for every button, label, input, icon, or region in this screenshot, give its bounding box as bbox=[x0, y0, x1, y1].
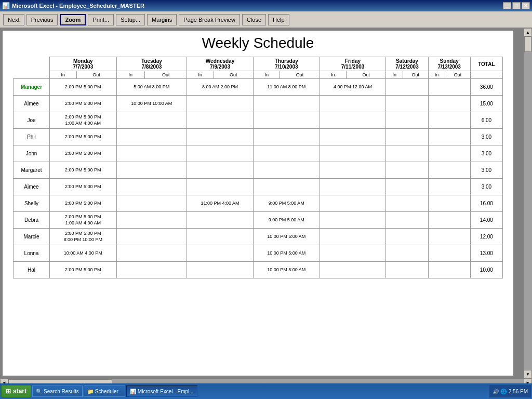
vertical-scrollbar[interactable]: ▲ ▼ bbox=[524, 28, 532, 378]
tue-cell bbox=[116, 229, 187, 245]
total-cell: 3.00 bbox=[470, 129, 502, 145]
fri-cell bbox=[320, 245, 386, 262]
tuesday-header: Tuesday7/8/2003 bbox=[116, 57, 187, 71]
scheduler-icon: 📁 bbox=[87, 389, 94, 394]
scroll-up-arrow[interactable]: ▲ bbox=[524, 28, 532, 36]
total-inout-empty bbox=[470, 71, 502, 79]
print-button[interactable]: Print... bbox=[88, 14, 114, 25]
fri-cell bbox=[320, 129, 386, 145]
sat-cell bbox=[386, 229, 428, 245]
employee-name-cell: Debra bbox=[14, 212, 50, 229]
fri-cell bbox=[320, 112, 386, 129]
scroll-track[interactable] bbox=[524, 36, 532, 370]
thu-cell bbox=[253, 162, 320, 179]
tue-cell: 5:00 AM 3:00 PM bbox=[116, 79, 187, 96]
employee-name-cell: Lonna bbox=[14, 245, 50, 262]
wed-cell bbox=[187, 212, 254, 229]
sat-out: Out bbox=[403, 71, 428, 79]
total-cell: 16.00 bbox=[470, 195, 502, 212]
sat-in: In bbox=[386, 71, 403, 79]
tue-cell bbox=[116, 245, 187, 262]
wed-cell bbox=[187, 96, 254, 112]
sat-cell bbox=[386, 212, 428, 229]
sat-cell bbox=[386, 245, 428, 262]
table-row: Shelly2:00 PM 5:00 PM11:00 PM 4:00 AM9:0… bbox=[14, 195, 503, 212]
taskbar-scheduler[interactable]: 📁 Scheduler bbox=[84, 385, 125, 397]
sun-cell bbox=[428, 229, 470, 245]
total-cell: 6.00 bbox=[470, 112, 502, 129]
close-window-button[interactable]: ✕ bbox=[522, 2, 530, 9]
close-button[interactable]: Close bbox=[242, 14, 266, 25]
employee-name-cell: Manager bbox=[14, 79, 50, 96]
sat-cell bbox=[386, 145, 428, 162]
help-button[interactable]: Help bbox=[268, 14, 289, 25]
taskbar-excel[interactable]: 📊 Microsoft Excel - Empl... bbox=[126, 385, 197, 397]
fri-cell bbox=[320, 145, 386, 162]
maximize-button[interactable]: □ bbox=[512, 2, 521, 9]
minimize-button[interactable]: _ bbox=[503, 2, 511, 9]
tue-out: Out bbox=[145, 71, 187, 79]
taskbar-clock: 🔊 🌐 2:56 PM bbox=[489, 385, 531, 397]
fri-out: Out bbox=[347, 71, 386, 79]
sat-cell bbox=[386, 129, 428, 145]
fri-cell bbox=[320, 179, 386, 195]
saturday-header: Saturday7/12/2003 bbox=[386, 57, 428, 71]
search-results-label: Search Results bbox=[44, 389, 79, 394]
mon-cell: 2:00 PM 5:00 PM bbox=[50, 79, 117, 96]
thu-cell: 9:00 PM 5:00 AM bbox=[253, 195, 320, 212]
app-icon: 📊 bbox=[2, 2, 10, 9]
sun-cell bbox=[428, 129, 470, 145]
wed-cell bbox=[187, 145, 254, 162]
system-tray-icons: 🔊 🌐 bbox=[493, 389, 507, 394]
mon-cell: 2:00 PM 5:00 PM bbox=[50, 145, 117, 162]
scroll-thumb[interactable] bbox=[524, 36, 531, 52]
fri-cell bbox=[320, 195, 386, 212]
page-break-preview-button[interactable]: Page Break Preview bbox=[179, 14, 240, 25]
toolbar: Next Previous Zoom Print... Setup... Mar… bbox=[0, 11, 532, 28]
fri-cell bbox=[320, 212, 386, 229]
employee-name-cell: Margaret bbox=[14, 162, 50, 179]
sun-cell bbox=[428, 195, 470, 212]
schedule-table: Monday7/7/2003 Tuesday7/8/2003 Wednesday… bbox=[13, 57, 503, 278]
friday-header: Friday7/11/2003 bbox=[320, 57, 386, 71]
tue-cell bbox=[116, 129, 187, 145]
margins-button[interactable]: Margins bbox=[147, 14, 177, 25]
next-button[interactable]: Next bbox=[3, 14, 24, 25]
schedule-title: Weekly Schedule bbox=[13, 35, 503, 51]
title-bar: 📊 Microsoft Excel - Employee_Scheduler_M… bbox=[0, 0, 532, 11]
mon-cell: 10:00 AM 4:00 PM bbox=[50, 245, 117, 262]
table-row: Aimee2:00 PM 5:00 PM10:00 PM 10:00 AM15.… bbox=[14, 96, 503, 112]
wed-cell bbox=[187, 179, 254, 195]
scroll-down-arrow[interactable]: ▼ bbox=[524, 370, 532, 378]
previous-button[interactable]: Previous bbox=[26, 14, 58, 25]
total-cell: 36.00 bbox=[470, 79, 502, 96]
sunday-header: Sunday7/13/2003 bbox=[428, 57, 470, 71]
wed-in: In bbox=[187, 71, 214, 79]
setup-button[interactable]: Setup... bbox=[116, 14, 145, 25]
table-row: Margaret2:00 PM 5:00 PM3.00 bbox=[14, 162, 503, 179]
content-area: Weekly Schedule Monday7/7/2003 Tuesday7/… bbox=[0, 28, 532, 378]
total-cell: 15.00 bbox=[470, 96, 502, 112]
sun-cell bbox=[428, 96, 470, 112]
table-row: Debra2:00 PM 5:00 PM1:00 AM 4:00 AM9:00 … bbox=[14, 212, 503, 229]
tue-cell: 10:00 PM 10:00 AM bbox=[116, 96, 187, 112]
sat-cell bbox=[386, 262, 428, 278]
mon-cell: 2:00 PM 5:00 PM bbox=[50, 129, 117, 145]
thu-cell: 10:00 PM 5:00 AM bbox=[253, 262, 320, 278]
thu-cell bbox=[253, 179, 320, 195]
taskbar-search-results[interactable]: 🔍 Search Results bbox=[32, 385, 83, 397]
table-row: Aimee2:00 PM 5:00 PM3.00 bbox=[14, 179, 503, 195]
wed-cell bbox=[187, 162, 254, 179]
thu-cell: 11:00 AM 8:00 PM bbox=[253, 79, 320, 96]
mon-cell: 2:00 PM 5:00 PM bbox=[50, 96, 117, 112]
total-cell: 3.00 bbox=[470, 145, 502, 162]
tue-cell bbox=[116, 195, 187, 212]
window-controls: _ □ ✕ bbox=[503, 2, 530, 9]
fri-cell: 4:00 PM 12:00 AM bbox=[320, 79, 386, 96]
total-cell: 3.00 bbox=[470, 162, 502, 179]
monday-header: Monday7/7/2003 bbox=[50, 57, 117, 71]
start-button[interactable]: ⊞ start bbox=[1, 385, 31, 397]
zoom-button[interactable]: Zoom bbox=[60, 14, 86, 25]
in-out-header-row: In Out In Out In Out In Out In Out In Ou… bbox=[14, 71, 503, 79]
total-cell: 12.00 bbox=[470, 229, 502, 245]
